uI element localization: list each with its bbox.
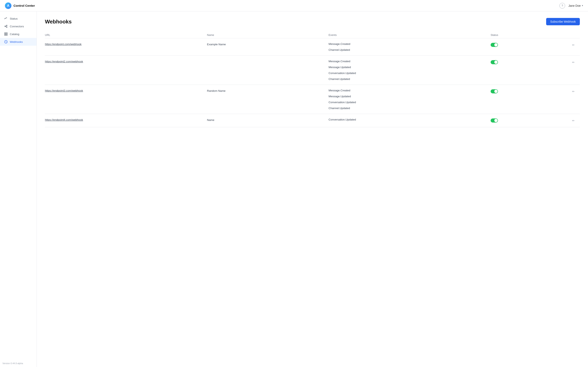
status-cell [491, 60, 572, 64]
url-cell: https://endpoint2.com/webhook [45, 60, 207, 63]
app-title: Control Center [13, 4, 35, 7]
url-cell: https://endpoint.com/webhook [45, 42, 207, 46]
url-cell: https://endpoint4.com/webhook [45, 118, 207, 121]
action-cell: ✏ [572, 118, 580, 123]
events-cell: Message.CreatedMessage.UpdatedConversati… [329, 60, 491, 81]
sidebar-item-status-label: Status [10, 17, 17, 20]
main-content: Webhooks Subscribe Webhook URL Name Even… [37, 11, 588, 367]
status-toggle[interactable] [491, 60, 498, 64]
header-right: ? Jane Doe ▾ [559, 3, 583, 8]
sidebar-item-webhooks-label: Webhooks [10, 40, 23, 43]
events-cell: Conversation.Updated [329, 118, 491, 121]
sidebar-item-catalog[interactable]: Catalog [0, 30, 36, 38]
event-item: Conversation.Updated [329, 101, 491, 104]
connectors-icon [4, 25, 8, 28]
status-cell [491, 118, 572, 123]
table-row: https://endpoint3.com/webhook Random Nam… [45, 85, 580, 114]
action-cell: ✏ [572, 89, 580, 94]
svg-rect-6 [6, 33, 7, 34]
page-title: Webhooks [45, 18, 72, 25]
table-body: https://endpoint.com/webhook Example Nam… [45, 38, 580, 127]
user-menu[interactable]: Jane Doe ▾ [568, 4, 583, 7]
app-header: A Control Center ? Jane Doe ▾ [0, 0, 588, 11]
catalog-icon [4, 32, 8, 36]
svg-point-2 [6, 27, 7, 27]
edit-button[interactable]: ✏ [572, 118, 575, 123]
sidebar-item-status[interactable]: Status [0, 15, 36, 22]
status-toggle[interactable] [491, 118, 498, 123]
page-header: Webhooks Subscribe Webhook [45, 18, 580, 25]
event-item: Message.Created [329, 60, 491, 63]
event-item: Channel.Updated [329, 107, 491, 110]
app-logo: A [5, 2, 11, 9]
svg-rect-8 [6, 34, 7, 35]
table-row: https://endpoint4.com/webhook Name Conve… [45, 114, 580, 127]
edit-button[interactable]: ✏ [572, 89, 575, 94]
col-events: Events [329, 33, 491, 36]
svg-line-4 [6, 26, 6, 27]
action-cell: ✏ [572, 42, 580, 47]
status-cell [491, 42, 572, 47]
table-row: https://endpoint2.com/webhook Message.Cr… [45, 56, 580, 85]
event-item: Channel.Updated [329, 77, 491, 81]
col-status: Status [491, 33, 572, 36]
name-cell [207, 60, 329, 60]
url-cell: https://endpoint3.com/webhook [45, 89, 207, 92]
event-item: Message.Created [329, 89, 491, 92]
col-name: Name [207, 33, 329, 36]
event-item: Conversation.Updated [329, 118, 491, 121]
header-left: A Control Center [5, 2, 35, 9]
main-layout: Status Connectors [0, 11, 588, 367]
event-item: Conversation.Updated [329, 72, 491, 75]
status-toggle[interactable] [491, 43, 498, 47]
help-icon[interactable]: ? [559, 3, 565, 8]
edit-button[interactable]: ✏ [572, 43, 575, 47]
svg-point-1 [6, 25, 7, 26]
col-actions [572, 33, 580, 36]
status-icon [4, 17, 8, 20]
svg-rect-5 [4, 33, 6, 34]
webhook-url[interactable]: https://endpoint3.com/webhook [45, 89, 83, 92]
name-cell: Name [207, 118, 329, 122]
subscribe-webhook-button[interactable]: Subscribe Webhook [546, 18, 580, 25]
sidebar-item-connectors-label: Connectors [10, 25, 24, 28]
version-label: Version 0.44.0-alpha [2, 362, 23, 365]
user-name: Jane Doe [568, 4, 581, 7]
sidebar-item-connectors[interactable]: Connectors [0, 22, 36, 30]
status-toggle[interactable] [491, 89, 498, 93]
event-item: Message.Created [329, 42, 491, 45]
sidebar-item-webhooks[interactable]: Webhooks [0, 38, 36, 46]
webhook-url[interactable]: https://endpoint.com/webhook [45, 43, 81, 46]
svg-rect-7 [4, 34, 6, 35]
action-cell: ✏ [572, 60, 580, 65]
webhook-url[interactable]: https://endpoint4.com/webhook [45, 118, 83, 121]
webhook-url[interactable]: https://endpoint2.com/webhook [45, 60, 83, 63]
col-url: URL [45, 33, 207, 36]
name-cell: Example Name [207, 42, 329, 46]
event-item: Channel.Updated [329, 48, 491, 51]
event-item: Message.Updated [329, 66, 491, 69]
webhooks-icon [4, 40, 8, 44]
chevron-down-icon: ▾ [582, 4, 583, 7]
sidebar-item-catalog-label: Catalog [10, 33, 19, 36]
events-cell: Message.CreatedMessage.UpdatedConversati… [329, 89, 491, 110]
sidebar: Status Connectors [0, 11, 37, 367]
edit-button[interactable]: ✏ [572, 60, 575, 65]
table-row: https://endpoint.com/webhook Example Nam… [45, 38, 580, 56]
name-cell: Random Name [207, 89, 329, 92]
event-item: Message.Updated [329, 95, 491, 98]
svg-line-3 [6, 26, 6, 26]
table-header: URL Name Events Status [45, 32, 580, 38]
svg-point-0 [5, 26, 6, 27]
status-cell [491, 89, 572, 93]
events-cell: Message.CreatedChannel.Updated [329, 42, 491, 51]
